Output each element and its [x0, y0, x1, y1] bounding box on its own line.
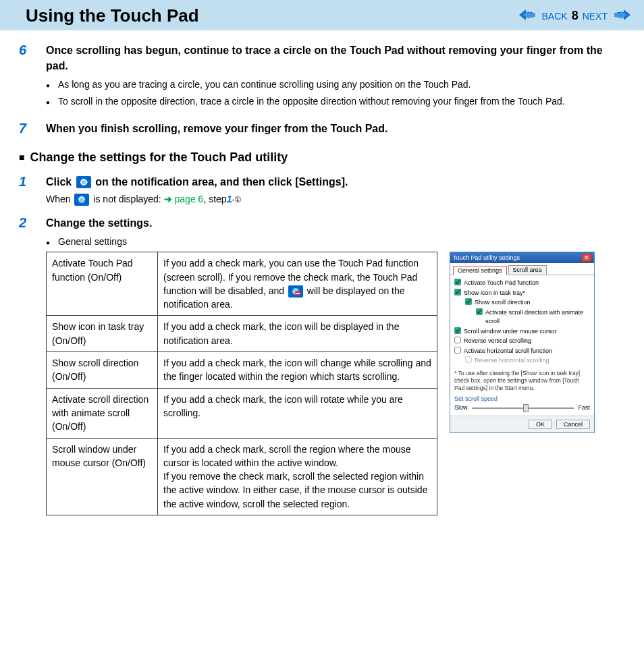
- step-6: 6 Once scrolling has begun, continue to …: [19, 43, 625, 111]
- step-7: 7 When you finish scrolling, remove your…: [19, 121, 625, 136]
- step-1: 1 Click on the notification area, and th…: [19, 174, 625, 206]
- setting-name: Activate scroll direction with animate s…: [47, 388, 158, 438]
- slider-label: Set scroll speed: [454, 395, 590, 404]
- back-arrow-icon[interactable]: [519, 9, 538, 22]
- setting-desc: If you add a check mark, scroll the regi…: [158, 438, 437, 515]
- checkbox-animate-scroll[interactable]: Activate scroll direction with animate s…: [476, 308, 590, 327]
- text: When: [46, 194, 73, 204]
- table-row: Activate scroll direction with animate s…: [47, 388, 437, 438]
- table-row: Activate Touch Pad function (On/Off) If …: [47, 252, 437, 316]
- svg-rect-9: [296, 293, 300, 294]
- bullet: General settings: [58, 235, 625, 249]
- next-arrow-icon[interactable]: [612, 9, 630, 22]
- step-number: 7: [19, 121, 31, 136]
- close-icon[interactable]: ✕: [582, 254, 591, 262]
- step-ref: 1: [227, 194, 232, 204]
- touchpad-tray-icon: [74, 194, 89, 206]
- text: , step: [203, 194, 226, 204]
- setting-name: Show icon in task tray (On/Off): [47, 316, 158, 352]
- slider-slow-label: Slow: [454, 403, 468, 413]
- page-reference-link[interactable]: page 6: [175, 194, 204, 204]
- bullet: As long as you are tracing a circle, you…: [58, 78, 625, 92]
- checkbox-activate-function[interactable]: Activate Touch Pad function: [454, 279, 590, 288]
- next-link[interactable]: NEXT: [583, 11, 608, 22]
- step-note: When is not displayed: ➔ page 6, step1-①: [46, 194, 625, 206]
- svg-marker-5: [86, 181, 88, 184]
- slider-fast-label: Fast: [578, 403, 590, 413]
- dialog-titlebar: Touch Pad utility settings ✕: [450, 252, 594, 263]
- ok-button[interactable]: OK: [529, 420, 552, 429]
- settings-table: Activate Touch Pad function (On/Off) If …: [46, 252, 437, 515]
- dialog-title: Touch Pad utility settings: [453, 254, 520, 261]
- tab-scroll-area[interactable]: Scroll area: [508, 265, 547, 275]
- step-number: 6: [19, 43, 31, 111]
- setting-name: Activate Touch Pad function (On/Off): [47, 252, 158, 316]
- touchpad-tray-icon: [76, 176, 91, 188]
- checkbox-show-scroll-dir[interactable]: Show scroll direction: [465, 298, 590, 308]
- table-row: Show scroll direction (On/Off) If you ad…: [47, 352, 437, 389]
- step-number: 1: [19, 174, 31, 206]
- step-heading: Click on the notification area, and then…: [46, 174, 625, 190]
- page-number: 8: [572, 9, 579, 23]
- reference-arrow-icon: ➔: [164, 194, 172, 204]
- header-bar: Using the Touch Pad BACK 8 NEXT: [0, 0, 644, 30]
- setting-name: Show scroll direction (On/Off): [47, 352, 158, 389]
- setting-desc: If you add a check mark, you can use the…: [158, 252, 437, 316]
- section-heading-text: Change the settings for the Touch Pad ut…: [30, 150, 288, 165]
- checkbox-show-icon[interactable]: Show icon in task tray*: [454, 289, 590, 298]
- page-title: Using the Touch Pad: [19, 5, 199, 26]
- setting-desc: If you add a check mark, the icon will r…: [158, 388, 437, 438]
- checkbox-horizontal-scroll[interactable]: Activate horizontal scroll function: [454, 347, 590, 356]
- cancel-button[interactable]: Cancel: [556, 420, 590, 429]
- sub-ref: -①: [232, 195, 242, 204]
- checkbox-reverse-vertical[interactable]: Reverse vertical scrolling: [454, 337, 590, 346]
- back-link[interactable]: BACK: [542, 11, 568, 22]
- content: 6 Once scrolling has begun, continue to …: [0, 30, 644, 552]
- setting-desc: If you add a check mark, the icon will b…: [158, 316, 437, 352]
- checkbox-reverse-horizontal: Reverse horizontal scrolling: [465, 356, 590, 366]
- table-row: Scroll window under mouse cursor (On/Off…: [47, 438, 437, 515]
- text: Click: [46, 176, 75, 188]
- step-2: 2 Change the settings. General settings …: [19, 215, 625, 515]
- nav-cluster: BACK 8 NEXT: [519, 9, 630, 23]
- step-heading: When you finish scrolling, remove your f…: [46, 121, 625, 136]
- tab-general[interactable]: General settings: [453, 266, 507, 275]
- table-row: Show icon in task tray (On/Off) If you a…: [47, 316, 437, 352]
- scroll-speed-group: Set scroll speed Slow Fast: [454, 395, 590, 413]
- step-heading: Change the settings.: [46, 215, 625, 231]
- checkbox-scroll-under-cursor[interactable]: Scroll window under mouse cursor: [454, 327, 590, 337]
- setting-name: Scroll window under mouse cursor (On/Off…: [47, 438, 158, 515]
- section-heading: Change the settings for the Touch Pad ut…: [19, 150, 625, 165]
- touchpad-disabled-icon: [288, 285, 303, 298]
- step-number: 2: [19, 215, 31, 515]
- scroll-speed-slider[interactable]: [472, 407, 574, 409]
- step-heading: Once scrolling has begun, continue to tr…: [46, 43, 625, 74]
- bullet: To scroll in the opposite direction, tra…: [58, 94, 625, 109]
- text: is not displayed:: [93, 194, 161, 204]
- text: on the notification area, and then click…: [95, 176, 348, 188]
- dialog-note: * To use after clearing the [Show icon i…: [454, 370, 590, 392]
- settings-dialog: Touch Pad utility settings ✕ General set…: [450, 252, 595, 433]
- setting-desc: If you add a check mark, the icon will c…: [158, 352, 437, 389]
